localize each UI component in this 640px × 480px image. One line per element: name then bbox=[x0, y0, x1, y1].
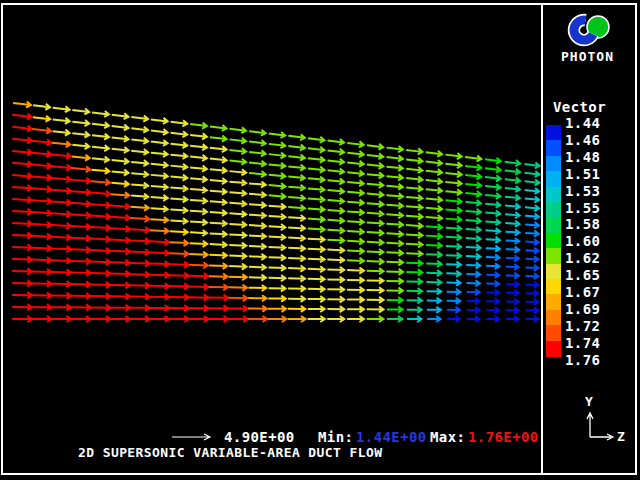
velocity-vector bbox=[229, 210, 246, 217]
velocity-vector bbox=[308, 246, 325, 253]
velocity-vector bbox=[367, 142, 384, 150]
velocity-vector bbox=[110, 237, 130, 244]
velocity-vector bbox=[288, 265, 305, 272]
velocity-vector bbox=[170, 228, 188, 235]
legend-swatch bbox=[546, 264, 561, 280]
velocity-vector bbox=[51, 316, 71, 322]
velocity-vector bbox=[447, 298, 460, 304]
velocity-vector bbox=[485, 210, 500, 217]
velocity-vector bbox=[12, 208, 32, 215]
velocity-vector bbox=[111, 191, 130, 198]
velocity-vector bbox=[169, 250, 188, 257]
velocity-vector bbox=[308, 135, 325, 143]
velocity-vector bbox=[347, 159, 364, 167]
velocity-vector bbox=[51, 234, 71, 241]
velocity-vector bbox=[111, 157, 128, 165]
velocity-vector bbox=[505, 229, 519, 236]
velocity-vector bbox=[386, 259, 403, 266]
velocity-vector bbox=[130, 237, 150, 244]
velocity-vector bbox=[288, 194, 305, 201]
velocity-vector bbox=[387, 306, 403, 312]
velocity-vector bbox=[446, 270, 461, 276]
velocity-vector bbox=[308, 266, 325, 273]
photon-app-window: PHOTON Vector 1.441.461.481.511.531.551.… bbox=[0, 0, 640, 480]
velocity-vector bbox=[110, 225, 130, 232]
velocity-vector bbox=[465, 154, 482, 162]
velocity-vector bbox=[92, 109, 110, 117]
velocity-vector bbox=[149, 260, 169, 267]
velocity-vector bbox=[327, 227, 344, 234]
velocity-vector bbox=[12, 304, 32, 310]
legend-value: 1.48 bbox=[565, 150, 600, 164]
velocity-vector bbox=[525, 239, 539, 246]
velocity-vector bbox=[170, 152, 187, 160]
velocity-vector bbox=[249, 274, 266, 280]
velocity-vector bbox=[51, 210, 71, 217]
velocity-vector bbox=[467, 316, 480, 322]
velocity-vector bbox=[150, 316, 170, 322]
velocity-vector bbox=[149, 294, 169, 300]
velocity-vector bbox=[446, 243, 461, 250]
velocity-vector bbox=[91, 201, 111, 208]
velocity-vector bbox=[170, 119, 187, 127]
velocity-vector bbox=[525, 230, 539, 237]
velocity-vector bbox=[229, 126, 246, 134]
velocity-vector bbox=[347, 248, 364, 255]
velocity-vector bbox=[12, 256, 32, 263]
velocity-vector bbox=[465, 163, 482, 171]
velocity-vector bbox=[406, 232, 423, 239]
velocity-vector bbox=[526, 316, 539, 322]
velocity-vector bbox=[51, 281, 71, 287]
velocity-vector bbox=[505, 185, 521, 192]
velocity-vector bbox=[308, 145, 325, 153]
velocity-vector bbox=[151, 139, 168, 147]
velocity-vector bbox=[486, 281, 499, 287]
velocity-vector bbox=[525, 196, 540, 203]
velocity-vector bbox=[12, 196, 32, 203]
legend-swatch bbox=[546, 125, 561, 141]
velocity-vector bbox=[189, 294, 209, 300]
velocity-vector bbox=[465, 208, 481, 215]
velocity-vector bbox=[308, 165, 325, 173]
axis-z-label: Z bbox=[617, 430, 625, 443]
velocity-vector bbox=[486, 272, 499, 278]
velocity-vector bbox=[407, 307, 422, 313]
velocity-vector bbox=[446, 225, 462, 232]
velocity-vector bbox=[347, 287, 364, 293]
velocity-vector bbox=[170, 185, 187, 192]
velocity-vector bbox=[169, 272, 189, 279]
velocity-vector bbox=[248, 306, 267, 312]
velocity-vector bbox=[447, 316, 460, 322]
velocity-vector bbox=[406, 213, 423, 220]
velocity-vector bbox=[525, 213, 539, 220]
velocity-vector bbox=[445, 206, 461, 213]
velocity-vector bbox=[288, 174, 305, 182]
velocity-vector bbox=[327, 167, 344, 175]
velocity-vector bbox=[445, 197, 462, 204]
velocity-vector bbox=[249, 264, 266, 271]
velocity-vector bbox=[170, 130, 187, 138]
velocity-vector bbox=[111, 168, 128, 175]
velocity-vector bbox=[190, 208, 207, 215]
velocity-vector bbox=[467, 289, 480, 295]
velocity-vector bbox=[327, 237, 344, 244]
velocity-vector bbox=[327, 316, 344, 322]
legend-swatch bbox=[546, 233, 561, 249]
velocity-vector bbox=[506, 246, 520, 253]
velocity-vector bbox=[51, 152, 71, 160]
velocity-vector bbox=[525, 247, 538, 254]
velocity-vector bbox=[249, 159, 266, 167]
velocity-vector bbox=[12, 292, 32, 298]
velocity-vector bbox=[288, 153, 305, 161]
axis-z-arrow-icon bbox=[590, 434, 613, 440]
velocity-vector bbox=[427, 307, 441, 313]
velocity-vector bbox=[386, 287, 403, 293]
velocity-vector bbox=[308, 175, 325, 183]
velocity-vector bbox=[249, 233, 266, 240]
velocity-vector bbox=[506, 255, 519, 262]
velocity-vector bbox=[210, 177, 227, 184]
velocity-vector bbox=[71, 188, 91, 195]
legend-swatch bbox=[546, 156, 561, 172]
velocity-vector bbox=[190, 132, 207, 140]
velocity-vector bbox=[51, 222, 71, 229]
